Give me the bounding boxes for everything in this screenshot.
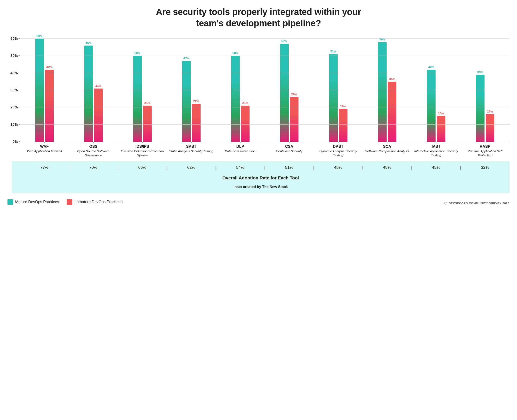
bar-immature: 22% [192,104,201,142]
bar-value-label: 16% [487,110,493,113]
gridline [20,124,510,125]
category-full: Dynamic Analysis Security Testing [314,149,362,158]
bar-immature: 31% [94,89,103,142]
bar-value-label: 31% [95,84,101,88]
bar-mature: 42% [427,70,435,142]
adoption-value: 77% [20,165,69,170]
bar-value-label: 26% [291,92,297,96]
source-credit: DEVSECOPS COMMUNITY SURVEY 2020 [444,202,510,205]
y-tick-mark [19,107,20,107]
bar-value-label: 35% [389,77,395,81]
bar-value-label: 19% [340,104,346,108]
category-abbr: IAST [412,144,460,149]
y-tick-label: 40% [7,71,18,75]
y-tick-label: 60% [7,37,18,41]
bar-group: 50%21% [216,35,265,142]
bar-value-label: 39% [477,70,483,74]
bar-value-label: 21% [144,101,150,105]
inset-credit: Inset created by The New Stack [12,185,510,189]
plot-area: 60%42%56%31%50%21%47%22%50%21%57%26%51%1… [20,35,510,142]
adoption-value: 45% [412,165,461,170]
category-full: Data Loss Prevention [216,149,264,153]
category-abbr: CSA [265,144,313,149]
x-tick-mark [93,142,94,143]
adoption-value: 45% [314,165,363,170]
bar-value-label: 50% [135,51,140,55]
category-abbr: DLP [216,144,264,149]
gridline [20,107,510,107]
bar-group: 39%16% [461,35,510,142]
bar-group: 57%26% [265,35,314,142]
category-abbr: RASP [461,144,509,149]
bar-value-label: 15% [438,112,444,115]
category-full: Web Application Firewall [20,149,68,153]
source-text: DEVSECOPS COMMUNITY SURVEY 2020 [449,202,510,205]
chart-area: 60%42%56%31%50%21%47%22%50%21%57%26%51%1… [5,35,512,142]
x-tick-mark [485,142,485,143]
x-axis-label: DLPData Loss Prevention [216,144,265,158]
x-tick-mark [338,142,338,143]
bar-mature: 51% [329,54,338,142]
bar-group: 47%22% [167,35,216,142]
adoption-value: 51% [265,165,314,170]
bar-immature: 21% [241,106,249,142]
bar-immature: 16% [486,114,494,142]
bar-group: 56%31% [69,35,118,142]
category-abbr: SAST [167,144,215,149]
x-axis-label: SCASoftware Composition Analysis [363,144,412,158]
bar-group: 42%15% [412,35,461,142]
category-abbr: SCA [363,144,411,149]
y-tick-mark [19,141,20,142]
x-tick-mark [44,142,45,143]
bar-mature: 47% [182,61,191,142]
x-axis-labels: WAFWeb Application FirewallOSSOpen Sourc… [5,144,512,158]
y-tick-mark [19,55,20,56]
y-tick-label: 0% [7,140,18,144]
legend-item-immature: Immature DevOps Practices [67,199,122,205]
bar-value-label: 51% [330,49,336,53]
y-tick-label: 20% [7,105,18,110]
category-full: Software Composition Analysis [363,149,411,153]
bar-value-label: 47% [183,56,189,60]
y-tick-label: 10% [7,122,18,127]
legend-immature-label: Immature DevOps Practices [75,200,122,204]
bar-mature: 57% [280,44,289,142]
y-tick-mark [19,73,20,73]
adoption-value: 54% [216,165,265,170]
legend: Mature DevOps Practices Immature DevOps … [7,199,122,205]
y-tick-label: 30% [7,88,18,92]
bar-group: 50%21% [118,35,167,142]
x-axis-label: OSSOpen Source Software Governance [69,144,118,158]
x-axis-label: CSAContainer Security [265,144,314,158]
adoption-value: 70% [69,165,118,170]
x-axis-label: RASPRuntime Application Self Protection [461,144,510,158]
y-tick-mark [19,38,20,39]
bar-value-label: 60% [37,34,42,38]
bar-value-label: 21% [242,101,248,105]
bar-mature: 39% [476,75,485,142]
x-axis-label: IASTInteractive Application Security Tes… [412,144,461,158]
y-tick-mark [19,90,20,90]
x-axis-label: IDS/IPSIntrusion Detection/ Protection S… [118,144,167,158]
category-full: Container Security [265,149,313,153]
svg-marker-0 [445,202,447,204]
category-abbr: DAST [314,144,362,149]
bar-group: 51%19% [314,35,363,142]
category-abbr: OSS [69,144,117,149]
bar-groups: 60%42%56%31%50%21%47%22%50%21%57%26%51%1… [20,35,510,142]
x-axis-label: DASTDynamic Analysis Security Testing [314,144,363,158]
x-tick-mark [142,142,142,143]
bar-immature: 15% [437,116,445,142]
adoption-value: 66% [118,165,167,170]
category-full: Intrusion Detection/ Protection System [118,149,166,158]
category-full: Open Source Software Governance [69,149,117,158]
y-tick-label: 50% [7,54,18,58]
category-full: Static Analysis Security Testing [167,149,215,153]
bar-group: 58%35% [363,35,412,142]
bar-immature: 21% [143,106,152,142]
gridline [20,38,510,39]
bar-value-label: 42% [46,65,52,69]
chart-title: Are security tools properly integrated w… [152,7,365,29]
swatch-immature-icon [67,199,72,205]
category-full: Runtime Application Self Protection [461,149,509,158]
